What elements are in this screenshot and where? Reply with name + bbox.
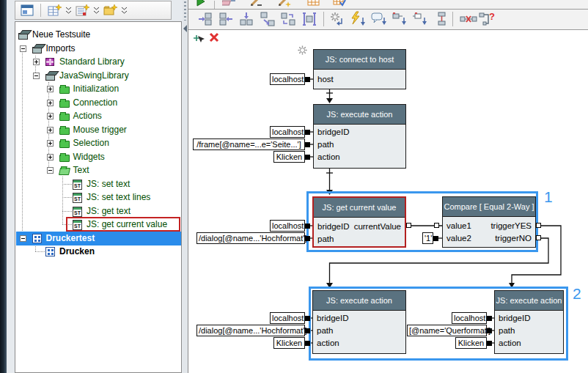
value-label[interactable]: Klicken (455, 337, 487, 349)
output-port[interactable] (406, 223, 411, 228)
port-in-arrow-icon[interactable] (392, 11, 409, 29)
value-label[interactable]: localhost (452, 312, 487, 324)
tree-item[interactable]: Text (16, 163, 181, 177)
collapse-left-icon[interactable] (183, 24, 188, 33)
port-in-label: bridgeID (499, 312, 530, 325)
minus-expander-icon[interactable] (47, 167, 54, 174)
new-list-star-icon[interactable] (75, 2, 90, 18)
connector-link-icon[interactable] (434, 11, 452, 29)
box-brackets-icon[interactable] (301, 11, 319, 29)
value-label[interactable]: localhost (270, 220, 305, 232)
new-folder-star-icon[interactable] (103, 2, 118, 18)
boxes-diagonal-arrow-icon[interactable] (260, 11, 277, 29)
port-out-label: currentValue (354, 221, 401, 233)
plus-expander-icon[interactable] (47, 86, 54, 92)
value-label[interactable]: localhost (270, 312, 305, 324)
box-arrow-right-icon[interactable] (197, 11, 215, 29)
grid-check-icon[interactable] (333, 0, 350, 10)
tree-item[interactable]: Widgets (16, 150, 181, 164)
tree-item[interactable]: Mouse trigger (16, 123, 181, 137)
tree-item[interactable]: Connection (16, 96, 181, 110)
connect-question-icon[interactable]: ? (479, 11, 496, 29)
tree-item[interactable]: Neue Testsuite (16, 28, 181, 42)
grid-icon[interactable] (307, 0, 325, 10)
panel-splitter[interactable] (183, 0, 188, 373)
output-port[interactable] (536, 223, 541, 228)
value-label[interactable]: Klicken (273, 337, 305, 349)
value-label[interactable]: /frame[@name=...e='Seite...'] (193, 139, 305, 150)
node-get-current-value[interactable]: JS: get current value bridgeIDcurrentVal… (312, 196, 406, 248)
port-in-label: path (317, 233, 334, 245)
value-label[interactable]: Klicken (273, 151, 305, 163)
tree-item[interactable]: JavaSwingLibrary (16, 69, 181, 83)
tree-item[interactable]: Initialization (16, 82, 181, 96)
bubble-arrow-icon[interactable] (370, 11, 388, 29)
minus-expander-icon[interactable] (33, 73, 40, 79)
editor-panel: ? (188, 0, 588, 373)
output-port[interactable] (536, 235, 541, 240)
value-label[interactable]: localhost (270, 73, 305, 85)
tree-item-label: Actions (73, 109, 102, 123)
group-number: 2 (573, 285, 581, 303)
tree-item[interactable]: STJS: get text (16, 204, 181, 218)
toolbar-separator (323, 12, 324, 26)
pencil-minus-icon[interactable] (249, 0, 266, 10)
node-execute-action-3[interactable]: JS: execute action bridgeID path action (494, 290, 564, 354)
play-icon[interactable] (195, 0, 213, 10)
diagram-canvas[interactable]: 1 2 JS: connect to host host JS: execute… (188, 30, 588, 373)
tree-item[interactable]: Imports (16, 42, 181, 56)
minus-expander-icon[interactable] (20, 235, 26, 242)
gear-arrow-icon[interactable] (329, 11, 347, 29)
disconnect-icon[interactable] (460, 11, 477, 29)
box-arrow-down-icon[interactable] (238, 11, 256, 29)
tree-panel[interactable]: Neue TestsuiteImportsStandard LibraryJav… (15, 21, 182, 373)
tree-item[interactable]: Druckertest (16, 232, 181, 245)
plus-expander-icon[interactable] (33, 59, 40, 65)
node-execute-action-2[interactable]: JS: execute action bridgeID path action (312, 290, 406, 354)
input-port[interactable] (434, 223, 439, 228)
value-label[interactable]: '1' (422, 232, 433, 244)
node-title: JS: connect to host (314, 50, 405, 70)
toolbar-separator (214, 1, 215, 9)
pencil-star-icon[interactable] (276, 0, 294, 10)
tree-item[interactable]: Actions (16, 109, 181, 123)
plus-expander-icon[interactable] (47, 113, 54, 119)
tree-item[interactable]: Standard Library (16, 55, 181, 69)
chevron-down-icon[interactable] (65, 2, 73, 18)
tree-item[interactable]: Selection (16, 136, 181, 150)
gear-icon[interactable] (297, 45, 308, 59)
eraser-icon[interactable] (222, 0, 240, 10)
node-title: JS: execute action (314, 105, 405, 125)
port-out-arrow-icon[interactable] (412, 11, 430, 29)
value-label[interactable]: localhost (270, 126, 305, 138)
boxes-swap-arrow-icon[interactable] (280, 11, 298, 29)
plus-expander-icon[interactable] (47, 127, 54, 133)
tree-connector (35, 251, 45, 252)
tree-item[interactable]: STJS: set text lines (16, 191, 181, 204)
node-connect-to-host[interactable]: JS: connect to host host (313, 49, 406, 89)
chevron-down-icon[interactable] (92, 2, 100, 18)
plus-expander-icon[interactable] (47, 154, 54, 160)
value-label[interactable]: /dialog[@name...'Hochformat'] (196, 325, 305, 336)
plus-expander-icon[interactable] (47, 140, 54, 147)
node-title: JS: execute action (495, 291, 563, 311)
node-execute-action-1[interactable]: JS: execute action bridgeID path action (313, 104, 406, 169)
lightning-arrow-icon[interactable] (350, 11, 367, 29)
splitter-handle[interactable] (184, 1, 186, 21)
minus-expander-icon[interactable] (20, 45, 26, 52)
folder-icon (59, 86, 70, 94)
workbench-icon[interactable] (20, 2, 34, 18)
tree-item-label: Widgets (73, 150, 105, 164)
box-arrow-left-icon[interactable] (218, 11, 235, 29)
value-label[interactable]: [@name='Querformat'] (407, 325, 487, 336)
new-grid-star-icon[interactable] (47, 2, 62, 18)
port-out-label: triggerNO (495, 232, 532, 245)
node-title: JS: execute action (313, 291, 405, 311)
chevron-down-icon[interactable] (120, 2, 128, 18)
value-label[interactable]: /dialog[@name...'Hochformat'] (196, 232, 305, 244)
port-in-label: action (317, 337, 339, 350)
node-compare-equal-2way[interactable]: Compare [ Equal 2-Way ] value1triggerYES… (442, 196, 536, 248)
plus-expander-icon[interactable] (47, 100, 54, 106)
tree-item[interactable]: STJS: set text (16, 177, 181, 191)
tree-item[interactable]: Drucken (16, 245, 181, 259)
